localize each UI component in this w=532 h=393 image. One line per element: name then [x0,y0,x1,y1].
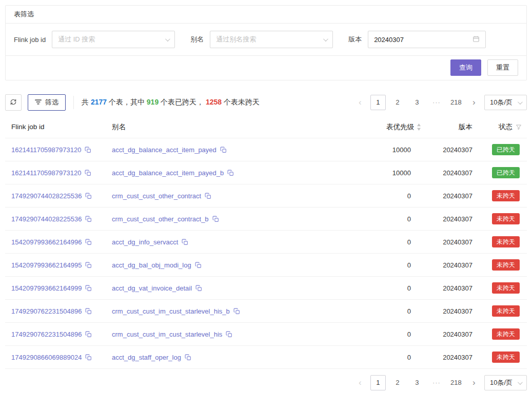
copy-icon[interactable] [226,331,232,338]
copy-icon[interactable] [205,193,211,199]
copy-icon[interactable] [85,239,92,245]
table-row: 1621411705987973120 acct_dg_balance_acct… [5,138,527,161]
copy-icon[interactable] [85,354,92,361]
copy-icon[interactable] [195,262,202,268]
status-badge: 未跨天 [492,328,520,340]
flink-job-id-select[interactable]: 通过 ID 搜索 [52,31,175,48]
sort-icon[interactable] [417,123,421,131]
filter-card: 表筛选 Flink job id 通过 ID 搜索 别名 通过别名搜索 版本 [5,5,527,80]
copy-icon[interactable] [85,285,92,292]
page-size-select[interactable]: 10条/页 [484,375,527,390]
summary-p4: 个表未跨天 [222,98,260,106]
pagination-page[interactable]: 218 [448,95,464,110]
table-row: 1542097993662164999 acct_dg_vat_invoice_… [5,277,527,300]
query-button[interactable]: 查询 [450,59,481,76]
pagination-page[interactable]: 1 [370,375,386,390]
table: Flink job id 别名 表优先级 版本 状态 [5,116,527,369]
row-alias-link[interactable]: acct_dg_bal_obj_modi_log [112,261,191,269]
pagination-page[interactable]: 1 [370,95,386,110]
row-priority: 0 [319,307,421,315]
field-flink-job-id: Flink job id 通过 ID 搜索 [14,31,175,48]
row-priority: 0 [319,192,421,200]
row-alias-link[interactable]: crm_cust_cust_im_cust_starlevel_his [112,330,222,338]
pagination-prev-button[interactable]: ‹ [354,375,366,390]
table-row: 1542097993662164995 acct_dg_bal_obj_modi… [5,254,527,277]
row-alias-link[interactable]: acct_dg_balance_acct_item_payed [112,146,216,154]
summary-total-count: 2177 [91,98,107,106]
row-alias-link[interactable]: crm_cust_cust_im_cust_starlevel_his_b [112,307,230,315]
row-id-link[interactable]: 1542097993662164995 [11,261,82,269]
copy-icon[interactable] [185,354,191,361]
refresh-icon [10,98,17,107]
table-row: 1749290744028225536 crm_cust_cust_other_… [5,208,527,231]
column-header-label: 表优先级 [386,122,414,132]
pagination-prev-button[interactable]: ‹ [354,95,366,110]
copy-icon[interactable] [227,170,234,176]
row-alias-link[interactable]: acct_dg_staff_oper_log [112,354,181,361]
row-version: 20240307 [421,261,472,269]
table-row: 1749290866069889024 acct_dg_staff_oper_l… [5,346,527,369]
row-id-link[interactable]: 1621411705987973120 [11,169,81,177]
version-date-input[interactable] [374,36,456,44]
pagination-page[interactable]: 3 [409,95,425,110]
reset-button[interactable]: 重置 [487,59,518,76]
row-priority: 10000 [319,169,421,177]
status-badge: 未跨天 [492,190,520,201]
copy-icon[interactable] [85,308,92,315]
copy-icon[interactable] [182,239,188,245]
pagination-page[interactable]: 218 [448,375,464,390]
refresh-button[interactable] [5,94,22,111]
copy-icon[interactable] [85,216,92,222]
pagination-next-button[interactable]: › [468,95,480,110]
pagination-page[interactable]: 2 [390,95,405,110]
flink-job-id-label: Flink job id [14,36,46,44]
row-id-link[interactable]: 1749290762231504896 [11,330,82,338]
pagination-ellipsis: ··· [429,375,444,390]
row-alias-link[interactable]: crm_cust_cust_other_contract [112,192,201,200]
row-id-link[interactable]: 1621411705987973120 [11,146,81,154]
row-version: 20240307 [421,169,472,177]
copy-icon[interactable] [85,262,92,268]
column-header-label: Flink job id [11,123,45,131]
pagination-page[interactable]: 2 [390,375,405,390]
version-date-picker[interactable] [368,31,486,48]
table-row: 1749290762231504896 crm_cust_cust_im_cus… [5,323,527,346]
row-id-link[interactable]: 1749290866069889024 [11,354,82,361]
pagination-next-button[interactable]: › [468,375,480,390]
table-row: 1749290744028225536 crm_cust_cust_other_… [5,184,527,208]
row-version: 20240307 [421,284,472,292]
row-alias-link[interactable]: acct_dg_vat_invoice_detail [112,284,192,292]
row-version: 20240307 [421,330,472,338]
row-id-link[interactable]: 1542097993662164996 [11,238,82,246]
column-filter-icon[interactable] [516,124,522,130]
row-id-link[interactable]: 1749290744028225536 [11,215,82,223]
version-label: 版本 [348,35,362,44]
copy-icon[interactable] [85,147,91,153]
row-id-link[interactable]: 1749290762231504896 [11,307,82,315]
alias-select[interactable]: 通过别名搜索 [210,31,333,48]
copy-icon[interactable] [85,170,91,176]
row-alias-link[interactable]: acct_dg_info_servacct [112,238,178,246]
row-alias-link[interactable]: crm_cust_cust_other_contract_b [112,215,209,223]
copy-icon[interactable] [220,147,227,153]
filter-toggle-button[interactable]: 筛选 [28,94,66,111]
copy-icon[interactable] [85,331,92,338]
pagination-page[interactable]: 3 [409,375,425,390]
filter-row: Flink job id 通过 ID 搜索 别名 通过别名搜索 版本 [6,24,526,56]
row-id-link[interactable]: 1749290744028225536 [11,192,82,200]
column-header-priority[interactable]: 表优先级 [319,122,421,132]
row-id-link[interactable]: 1542097993662164999 [11,284,82,292]
copy-icon[interactable] [212,216,219,222]
row-version: 20240307 [421,354,472,361]
column-header-status[interactable]: 状态 [472,122,527,132]
copy-icon[interactable] [195,285,202,292]
row-priority: 0 [319,261,421,269]
page-size-select[interactable]: 10条/页 [484,95,527,110]
toolbar: 筛选 共 2177 个表，其中 919 个表已跨天， 1258 个表未跨天 ‹ … [5,94,527,111]
row-alias-link[interactable]: acct_dg_balance_acct_item_payed_b [112,169,224,177]
summary-p1: 共 [82,98,91,106]
summary-p2: 个表，其中 [107,98,147,106]
copy-icon[interactable] [85,193,92,199]
copy-icon[interactable] [233,308,240,315]
status-badge: 未跨天 [492,213,520,224]
